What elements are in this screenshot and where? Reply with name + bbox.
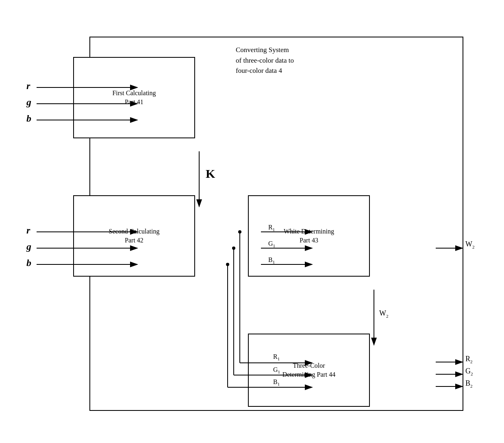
r1-low-signal-label: R1 bbox=[273, 353, 280, 361]
r1-signal-label: R1 bbox=[268, 224, 275, 232]
b1-signal-label: B1 bbox=[268, 256, 275, 264]
b-label-bottom: b bbox=[26, 258, 31, 268]
r-label-top: r bbox=[26, 81, 30, 92]
w2-output-label: W2 bbox=[465, 240, 475, 249]
r1-junction-dot bbox=[238, 230, 241, 234]
k-label: K bbox=[206, 167, 215, 181]
g-label-top: g bbox=[26, 97, 31, 108]
b1-low-signal-label: B1 bbox=[273, 378, 280, 386]
g-label-bottom: g bbox=[26, 241, 31, 252]
diagram-svg bbox=[24, 24, 480, 415]
g1-low-signal-label: G1 bbox=[273, 366, 280, 374]
diagram-container: Converting System of three-color data to… bbox=[24, 24, 480, 415]
b2-output-label: B2 bbox=[465, 379, 473, 388]
g1-signal-label: G1 bbox=[268, 240, 275, 248]
r2-output-label: R2 bbox=[465, 355, 473, 364]
b-label-top: b bbox=[26, 113, 31, 124]
w2-down-label: W2 bbox=[379, 309, 389, 319]
g2-output-label: G2 bbox=[465, 367, 473, 376]
r-label-bottom: r bbox=[26, 225, 30, 236]
g1-junction-dot bbox=[232, 247, 235, 250]
b1-junction-dot bbox=[226, 263, 229, 266]
